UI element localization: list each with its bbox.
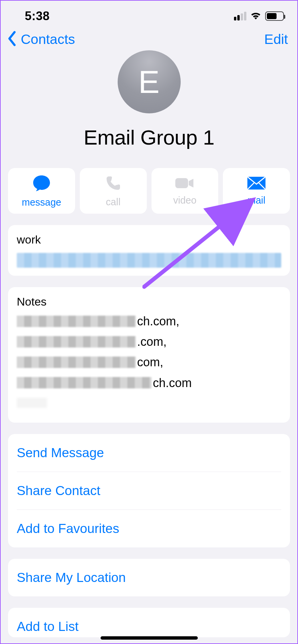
- svg-rect-0: [175, 178, 188, 188]
- home-indicator[interactable]: [101, 636, 198, 640]
- mail-label: mail: [248, 195, 265, 206]
- notes-line-2: .com,: [17, 331, 281, 352]
- location-card: Share My Location: [8, 559, 290, 596]
- action-row: message call video mail: [1, 168, 297, 225]
- email-field-label: work: [17, 233, 281, 246]
- share-contact-item[interactable]: Share Contact: [17, 472, 281, 510]
- back-label: Contacts: [21, 32, 75, 47]
- status-bar: 5:38: [1, 1, 297, 28]
- call-label: call: [106, 197, 121, 208]
- add-to-favourites-item[interactable]: Add to Favourites: [17, 510, 281, 547]
- notes-line-5: [17, 393, 281, 413]
- status-icons: [234, 11, 284, 21]
- battery-icon: [265, 11, 284, 21]
- email-card[interactable]: work: [8, 225, 290, 276]
- email-value-redacted: [17, 253, 281, 268]
- notes-label: Notes: [17, 295, 281, 308]
- mail-icon: [247, 176, 266, 192]
- cellular-icon: [234, 12, 246, 20]
- chevron-left-icon: [5, 31, 19, 48]
- avatar[interactable]: E: [118, 50, 181, 113]
- nav-bar: Contacts Edit: [1, 28, 297, 50]
- video-icon: [174, 176, 195, 192]
- notes-line-4: ch.com: [17, 373, 281, 393]
- share-my-location-item[interactable]: Share My Location: [17, 559, 281, 596]
- mail-button[interactable]: mail: [223, 168, 290, 214]
- notes-card[interactable]: Notes ch.com, .com, com, ch.com: [8, 287, 290, 423]
- options-card: Send Message Share Contact Add to Favour…: [8, 434, 290, 547]
- edit-button[interactable]: Edit: [264, 32, 288, 47]
- add-to-list-card: Add to List: [8, 608, 290, 637]
- notes-line-3: com,: [17, 352, 281, 372]
- message-button[interactable]: message: [8, 168, 75, 214]
- contact-name: Email Group 1: [1, 125, 297, 149]
- add-to-list-item[interactable]: Add to List: [17, 608, 281, 637]
- message-label: message: [22, 197, 61, 208]
- wifi-icon: [250, 11, 262, 21]
- notes-line-1: ch.com,: [17, 311, 281, 331]
- video-button: video: [152, 168, 219, 214]
- send-message-item[interactable]: Send Message: [17, 434, 281, 472]
- phone-icon: [105, 174, 122, 193]
- back-button[interactable]: Contacts: [5, 31, 75, 48]
- video-label: video: [173, 195, 196, 206]
- call-button: call: [80, 168, 147, 214]
- contact-header: E Email Group 1: [1, 50, 297, 149]
- status-time: 5:38: [25, 9, 50, 23]
- message-icon: [32, 174, 51, 194]
